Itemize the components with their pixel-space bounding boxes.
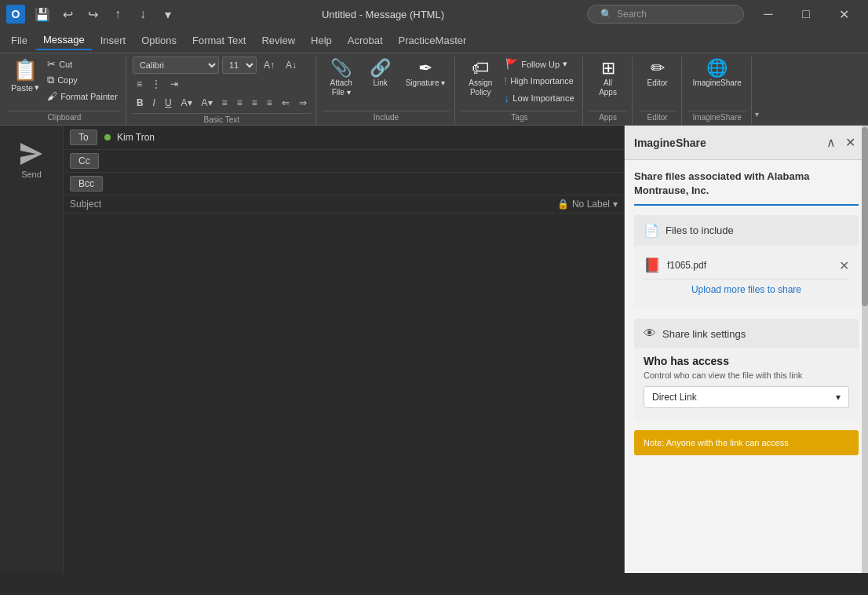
menu-help[interactable]: Help bbox=[303, 31, 340, 49]
format-row-3: B I U A▾ A▾ ≡ ≡ ≡ ≡ ⇐ ⇒ bbox=[133, 94, 311, 111]
attach-file-button[interactable]: 📎 AttachFile ▾ bbox=[323, 57, 360, 100]
high-importance-label: High Importance bbox=[510, 76, 574, 86]
close-button[interactable]: ✕ bbox=[826, 0, 862, 28]
all-apps-button[interactable]: ⊞ AllApps bbox=[589, 57, 627, 100]
signature-icon: ✒ bbox=[418, 60, 432, 77]
editor-button[interactable]: ✏ Editor bbox=[639, 57, 677, 91]
menu-format-text[interactable]: Format Text bbox=[184, 31, 253, 49]
copy-button[interactable]: ⧉ Copy bbox=[44, 72, 121, 88]
ribbon: 📋 Paste▾ ✂ Cut ⧉ Copy 🖌 Format Painter bbox=[0, 53, 868, 126]
editor-icon: ✏ bbox=[651, 60, 665, 77]
menu-message[interactable]: Message bbox=[35, 31, 93, 50]
ribbon-expand-button[interactable]: ▾ bbox=[753, 107, 760, 122]
save-button[interactable]: 💾 bbox=[31, 3, 53, 25]
scrollbar-thumb[interactable] bbox=[862, 127, 868, 306]
align-right-button[interactable]: ≡ bbox=[248, 94, 261, 111]
align-left-button[interactable]: ≡ bbox=[218, 94, 232, 111]
panel-subtitle: Share files associated with Alabama Mont… bbox=[634, 170, 859, 206]
cc-button[interactable]: Cc bbox=[70, 153, 99, 169]
menu-insert[interactable]: Insert bbox=[93, 31, 134, 49]
signature-button[interactable]: ✒ Signature ▾ bbox=[401, 57, 450, 91]
redo-button[interactable]: ↪ bbox=[82, 3, 104, 25]
bcc-label-container: Bcc bbox=[70, 176, 101, 192]
panel-body: Share files associated with Alabama Mont… bbox=[625, 160, 868, 573]
assign-policy-icon: 🏷 bbox=[472, 60, 489, 77]
minimize-button[interactable]: ─ bbox=[750, 0, 786, 28]
pdf-icon: 📕 bbox=[644, 257, 661, 274]
tags-content: 🏷 AssignPolicy 🚩 Follow Up ▾ ! High Impo… bbox=[461, 57, 577, 109]
follow-up-button[interactable]: 🚩 Follow Up ▾ bbox=[501, 57, 577, 71]
bullets-button[interactable]: ≡ bbox=[133, 75, 146, 93]
menu-file[interactable]: File bbox=[3, 31, 35, 49]
ltr-button[interactable]: ⇐ bbox=[278, 94, 294, 111]
imagine-panel: ImagineShare ∧ ✕ Share files associated … bbox=[625, 126, 868, 573]
email-compose: Send To Kim Tron Cc bbox=[0, 126, 625, 573]
upload-more-link[interactable]: Upload more files to share bbox=[644, 279, 849, 300]
align-center-button[interactable]: ≡ bbox=[233, 94, 246, 111]
shrink-font-button[interactable]: A↓ bbox=[282, 57, 301, 74]
include-group-label: Include bbox=[323, 111, 450, 123]
direct-link-select[interactable]: Direct Link ▾ bbox=[644, 386, 849, 408]
font-size-select[interactable]: 11 bbox=[222, 57, 257, 74]
search-bar[interactable]: 🔍 Search bbox=[587, 5, 744, 24]
paste-label: Paste▾ bbox=[11, 82, 39, 93]
panel-scrollbar[interactable] bbox=[862, 126, 868, 573]
imagineshare-button[interactable]: 🌐 ImagineShare bbox=[688, 57, 746, 91]
assign-policy-label: AssignPolicy bbox=[469, 78, 492, 97]
send-button[interactable]: Send bbox=[6, 132, 57, 185]
panel-collapse-button[interactable]: ∧ bbox=[823, 133, 839, 151]
high-importance-button[interactable]: ! High Importance bbox=[501, 73, 577, 89]
format-painter-button[interactable]: 🖌 Format Painter bbox=[44, 89, 121, 104]
copy-icon: ⧉ bbox=[47, 74, 54, 86]
down-button[interactable]: ↓ bbox=[132, 3, 154, 25]
file-remove-button[interactable]: ✕ bbox=[839, 258, 849, 273]
underline-button[interactable]: U bbox=[161, 94, 176, 111]
numbering-button[interactable]: ⋮ bbox=[148, 75, 165, 93]
share-settings-header[interactable]: 👁 Share link settings bbox=[634, 319, 859, 349]
justify-button[interactable]: ≡ bbox=[263, 94, 276, 111]
cc-input[interactable] bbox=[101, 154, 618, 168]
grow-font-button[interactable]: A↑ bbox=[260, 57, 279, 74]
subject-field: Subject 🔒 No Label ▾ bbox=[64, 195, 624, 214]
font-family-select[interactable]: Calibri bbox=[133, 57, 219, 74]
bcc-button[interactable]: Bcc bbox=[70, 176, 103, 192]
link-button[interactable]: 🔗 Link bbox=[362, 57, 399, 91]
all-apps-label: AllApps bbox=[599, 78, 617, 97]
font-color-button[interactable]: A▾ bbox=[198, 94, 217, 111]
rtl-button[interactable]: ⇒ bbox=[295, 94, 311, 111]
no-label-button[interactable]: 🔒 No Label ▾ bbox=[557, 199, 618, 210]
to-button[interactable]: To bbox=[70, 130, 97, 145]
subject-label: Subject bbox=[70, 199, 101, 210]
share-settings-body: Who has access Control who can view the … bbox=[634, 349, 859, 421]
subject-input[interactable] bbox=[108, 199, 557, 210]
italic-button[interactable]: I bbox=[149, 94, 159, 111]
menu-acrobat[interactable]: Acrobat bbox=[340, 31, 391, 49]
panel-close-button[interactable]: ✕ bbox=[842, 133, 859, 151]
paste-button[interactable]: 📋 Paste▾ bbox=[8, 57, 42, 94]
highlight-button[interactable]: A▾ bbox=[177, 94, 196, 111]
bcc-input[interactable] bbox=[101, 177, 618, 191]
undo-button[interactable]: ↩ bbox=[57, 3, 78, 25]
indent-more-button[interactable]: ⇥ bbox=[166, 75, 182, 93]
menu-review[interactable]: Review bbox=[253, 31, 303, 49]
dropdown-button[interactable]: ▾ bbox=[157, 3, 179, 25]
menu-options[interactable]: Options bbox=[133, 31, 184, 49]
ribbon-group-basic-text: Calibri 11 A↑ A↓ ≡ ⋮ ⇥ B I U bbox=[128, 57, 316, 125]
share-settings-title: Share link settings bbox=[662, 328, 746, 340]
to-label-container: To bbox=[70, 130, 101, 145]
ribbon-group-apps: ⊞ AllApps Apps bbox=[585, 57, 633, 125]
menu-practicemaster[interactable]: PracticeMaster bbox=[391, 31, 475, 49]
files-section-header[interactable]: 📄 Files to include bbox=[634, 215, 859, 246]
assign-policy-button[interactable]: 🏷 AssignPolicy bbox=[461, 57, 499, 100]
low-importance-button[interactable]: ↓ Low Importance bbox=[501, 90, 577, 106]
up-button[interactable]: ↑ bbox=[107, 3, 129, 25]
bcc-field: Bcc bbox=[64, 173, 624, 195]
search-icon: 🔍 bbox=[600, 9, 612, 20]
format-painter-label: Format Painter bbox=[60, 92, 118, 101]
restore-button[interactable]: □ bbox=[788, 0, 824, 28]
cut-button[interactable]: ✂ Cut bbox=[44, 57, 121, 71]
panel-header: ImagineShare ∧ ✕ bbox=[625, 126, 868, 160]
format-painter-icon: 🖌 bbox=[47, 90, 57, 102]
bold-button[interactable]: B bbox=[133, 94, 148, 111]
menu-bar: File Message Insert Options Format Text … bbox=[0, 28, 868, 53]
